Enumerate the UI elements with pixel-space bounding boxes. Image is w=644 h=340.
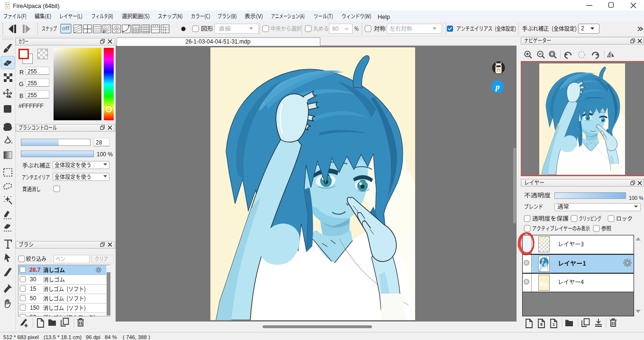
- svg-text:8: 8: [540, 322, 543, 327]
- svg-text:p: p: [495, 82, 500, 91]
- svg-text:1: 1: [553, 322, 555, 327]
